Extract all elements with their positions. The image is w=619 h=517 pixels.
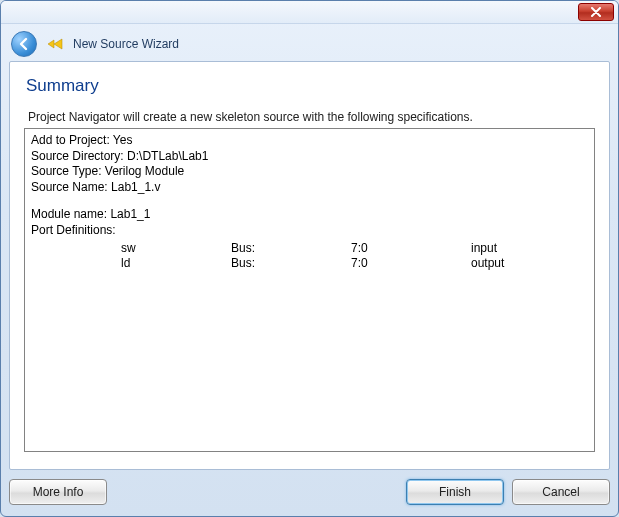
source-type-line: Source Type: Verilog Module [31, 164, 588, 180]
port-row: ld Bus: 7:0 output [31, 256, 588, 272]
svg-marker-1 [54, 39, 62, 49]
svg-marker-0 [48, 40, 54, 48]
port-range: 7:0 [351, 241, 471, 257]
page-heading: Summary [26, 76, 595, 96]
cancel-button[interactable]: Cancel [512, 479, 610, 505]
close-icon [590, 7, 602, 17]
source-name-line: Source Name: Lab1_1.v [31, 180, 588, 196]
port-defs-label: Port Definitions: [31, 223, 588, 239]
port-table: sw Bus: 7:0 input ld Bus: 7:0 output [31, 241, 588, 272]
port-bus: Bus: [231, 256, 351, 272]
more-info-button[interactable]: More Info [9, 479, 107, 505]
titlebar [1, 1, 618, 24]
wizard-title: New Source Wizard [73, 37, 179, 51]
port-range: 7:0 [351, 256, 471, 272]
finish-button[interactable]: Finish [406, 479, 504, 505]
port-dir: output [471, 256, 504, 272]
port-name: ld [121, 256, 231, 272]
port-name: sw [121, 241, 231, 257]
details-box: Add to Project: Yes Source Directory: D:… [24, 128, 595, 452]
wizard-icon [47, 36, 63, 52]
back-button[interactable] [11, 31, 37, 57]
module-name-line: Module name: Lab1_1 [31, 207, 588, 223]
content-panel: Summary Project Navigator will create a … [9, 61, 610, 470]
source-directory-line: Source Directory: D:\DTLab\Lab1 [31, 149, 588, 165]
port-bus: Bus: [231, 241, 351, 257]
wizard-window: New Source Wizard Summary Project Naviga… [0, 0, 619, 517]
add-to-project-line: Add to Project: Yes [31, 133, 588, 149]
wizard-header: New Source Wizard [1, 24, 618, 60]
port-dir: input [471, 241, 497, 257]
intro-text: Project Navigator will create a new skel… [28, 110, 595, 124]
port-row: sw Bus: 7:0 input [31, 241, 588, 257]
button-bar: More Info Finish Cancel [9, 476, 610, 508]
close-button[interactable] [578, 3, 614, 21]
back-arrow-icon [17, 37, 31, 51]
